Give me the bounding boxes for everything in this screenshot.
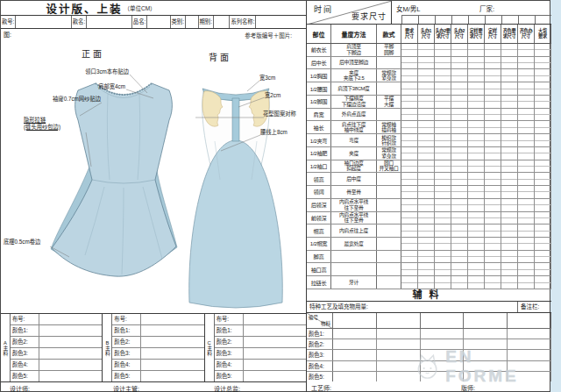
material-entry-cell[interactable] (333, 350, 377, 360)
size-entry-cell[interactable] (485, 96, 501, 108)
fabric-row-input[interactable] (39, 314, 102, 324)
size-entry-cell[interactable] (501, 186, 518, 198)
size-entry-cell[interactable] (501, 147, 518, 160)
size-entry-cell[interactable] (485, 186, 501, 198)
size-entry-cell[interactable] (468, 82, 485, 95)
size-entry-cell[interactable] (535, 186, 551, 198)
size-entry-cell[interactable] (485, 251, 501, 263)
size-entry-cell[interactable] (501, 173, 518, 185)
size-entry-cell[interactable] (518, 238, 535, 250)
material-column[interactable] (508, 313, 551, 328)
size-entry-cell[interactable] (401, 44, 418, 56)
size-entry-cell[interactable] (435, 82, 451, 95)
size-entry-cell[interactable] (535, 173, 551, 185)
size-entry-cell[interactable] (535, 44, 551, 56)
material-entry-cell[interactable] (421, 350, 465, 360)
field-value-input[interactable] (256, 16, 306, 28)
size-entry-cell[interactable] (518, 57, 535, 69)
size-entry-cell[interactable] (518, 160, 535, 173)
fabric-row-input[interactable] (244, 360, 306, 370)
field-value-input[interactable] (87, 16, 132, 28)
size-entry-cell[interactable] (518, 134, 535, 146)
size-entry-cell[interactable] (518, 109, 535, 121)
size-entry-cell[interactable] (535, 238, 551, 250)
material-entry-cell[interactable] (464, 339, 508, 349)
fabric-row-input[interactable] (141, 371, 203, 381)
size-entry-cell[interactable] (535, 225, 551, 237)
size-entry-cell[interactable] (418, 109, 435, 121)
size-entry-cell[interactable] (401, 69, 418, 82)
size-entry-cell[interactable] (468, 121, 485, 133)
size-entry-cell[interactable] (518, 96, 535, 108)
size-entry-cell[interactable] (401, 109, 418, 121)
material-column[interactable] (377, 313, 421, 328)
size-entry-cell[interactable] (501, 199, 518, 211)
size-entry-cell[interactable] (451, 121, 468, 133)
size-entry-cell[interactable] (451, 225, 468, 237)
material-column[interactable] (421, 313, 465, 328)
size-entry-cell[interactable] (451, 251, 468, 263)
size-entry-cell[interactable] (451, 69, 468, 82)
size-entry-cell[interactable] (518, 44, 535, 56)
material-entry-cell[interactable] (333, 372, 377, 381)
size-entry-cell[interactable] (435, 57, 451, 69)
size-entry-cell[interactable] (468, 199, 485, 211)
field-value-input[interactable] (186, 16, 199, 28)
size-entry-cell[interactable] (401, 96, 418, 108)
material-entry-cell[interactable] (464, 329, 508, 339)
size-entry-cell[interactable] (485, 263, 501, 275)
material-entry-cell[interactable] (377, 372, 421, 381)
size-entry-cell[interactable] (485, 160, 501, 173)
material-entry-cell[interactable] (508, 361, 551, 371)
mini-cell[interactable] (501, 16, 518, 24)
size-entry-cell[interactable] (535, 109, 551, 121)
size-entry-cell[interactable] (418, 82, 435, 95)
fabric-row-input[interactable] (244, 314, 306, 324)
size-entry-cell[interactable] (401, 212, 418, 225)
material-entry-cell[interactable] (333, 339, 377, 349)
size-entry-cell[interactable] (435, 225, 451, 237)
size-entry-cell[interactable] (468, 276, 485, 289)
fabric-row-input[interactable] (141, 337, 203, 347)
material-entry-cell[interactable] (508, 329, 551, 339)
size-entry-cell[interactable] (468, 69, 485, 82)
material-column[interactable] (464, 313, 508, 328)
size-entry-cell[interactable] (485, 199, 501, 211)
material-column[interactable] (333, 313, 377, 328)
size-entry-cell[interactable] (518, 69, 535, 82)
fabric-row-input[interactable] (141, 348, 203, 359)
material-entry-cell[interactable] (421, 329, 465, 339)
fabric-row-input[interactable] (39, 360, 102, 370)
size-entry-cell[interactable] (418, 173, 435, 185)
size-entry-cell[interactable] (451, 173, 468, 185)
size-entry-cell[interactable] (401, 147, 418, 160)
size-entry-cell[interactable] (501, 225, 518, 237)
size-entry-cell[interactable] (451, 238, 468, 250)
size-entry-cell[interactable] (518, 225, 535, 237)
size-entry-cell[interactable] (451, 160, 468, 173)
mini-cell[interactable] (518, 16, 535, 24)
size-entry-cell[interactable] (501, 121, 518, 133)
size-entry-cell[interactable] (518, 173, 535, 185)
size-entry-cell[interactable] (485, 173, 501, 185)
field-value-input[interactable] (16, 16, 71, 28)
size-entry-cell[interactable] (468, 57, 485, 69)
size-entry-cell[interactable] (468, 173, 485, 185)
mini-cell[interactable] (485, 16, 501, 24)
size-entry-cell[interactable] (401, 57, 418, 69)
size-entry-cell[interactable] (418, 199, 435, 211)
size-entry-cell[interactable] (451, 186, 468, 198)
size-entry-cell[interactable] (451, 96, 468, 108)
size-entry-cell[interactable] (435, 121, 451, 133)
size-entry-cell[interactable] (401, 186, 418, 198)
size-entry-cell[interactable] (535, 96, 551, 108)
size-entry-cell[interactable] (501, 82, 518, 95)
size-entry-cell[interactable] (451, 134, 468, 146)
size-entry-cell[interactable] (518, 186, 535, 198)
material-entry-cell[interactable] (333, 329, 377, 339)
size-entry-cell[interactable] (468, 44, 485, 56)
size-entry-cell[interactable] (468, 147, 485, 160)
size-entry-cell[interactable] (518, 212, 535, 225)
size-entry-cell[interactable] (535, 276, 551, 289)
field-value-input[interactable] (214, 16, 231, 28)
